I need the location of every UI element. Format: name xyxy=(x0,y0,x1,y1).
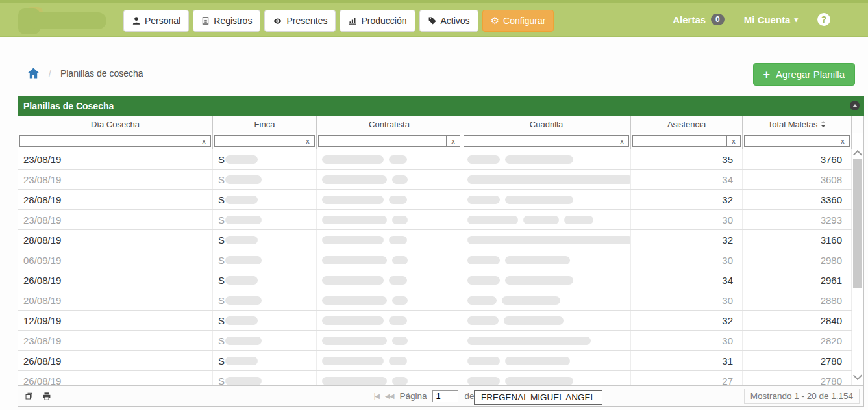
redacted-text xyxy=(467,236,631,244)
page-number-input[interactable] xyxy=(432,390,458,402)
redacted-text xyxy=(467,276,500,285)
scroll-up-icon[interactable] xyxy=(853,150,862,159)
nav-button-registros[interactable]: Registros xyxy=(193,10,260,32)
nav-button-personal[interactable]: Personal xyxy=(123,10,189,32)
logo[interactable] xyxy=(17,7,108,34)
cell-asistencia: 34 xyxy=(631,170,743,189)
filter-input-dia[interactable] xyxy=(19,135,197,147)
filter-input-total[interactable] xyxy=(744,135,836,147)
cell-asistencia: 31 xyxy=(631,351,743,370)
home-icon[interactable] xyxy=(27,67,40,79)
nav-button-configurar[interactable]: ⚙Configurar xyxy=(482,10,554,32)
redacted-text xyxy=(322,337,387,345)
finca-prefix: S xyxy=(218,295,225,306)
alerts-button[interactable]: Alertas 0 xyxy=(673,14,725,25)
cell-total-maletas: 2880 xyxy=(743,290,852,310)
column-header-asistencia[interactable]: Asistencia xyxy=(631,116,743,133)
column-header-total[interactable]: Total Maletas xyxy=(743,116,852,133)
prev-page-icon[interactable]: ◀◀ xyxy=(385,392,393,400)
total-maletas-value: 3760 xyxy=(821,154,842,165)
table-row[interactable]: 20/08/19S302880 xyxy=(18,290,852,311)
cell-dia-cosecha: 28/08/19 xyxy=(18,230,213,250)
cell-dia-cosecha: 20/08/19 xyxy=(18,290,213,310)
column-header-finca[interactable]: Finca xyxy=(213,116,317,133)
attendance-value: 32 xyxy=(722,235,733,246)
harvest-date: 06/09/19 xyxy=(23,255,61,266)
nav-button-label: Registros xyxy=(214,16,252,26)
scroll-down-icon[interactable] xyxy=(853,371,862,380)
column-header-contratista[interactable]: Contratista xyxy=(317,116,462,133)
nav-button-produccion[interactable]: Producción xyxy=(340,10,415,32)
breadcrumb-current: Planillas de cosecha xyxy=(60,68,143,79)
table-row[interactable]: 26/08/19S312780 xyxy=(18,351,852,371)
redacted-text xyxy=(505,155,573,164)
harvest-date: 20/08/19 xyxy=(23,295,61,306)
table-row[interactable]: 26/08/19S272780 xyxy=(18,371,852,385)
column-header-dia[interactable]: Día Cosecha xyxy=(18,116,213,133)
redacted-text xyxy=(467,316,499,325)
page-label: Página xyxy=(399,391,427,401)
cell-dia-cosecha: 23/08/19 xyxy=(18,210,213,229)
table-row[interactable]: 23/08/19S303293 xyxy=(18,210,852,230)
clear-filter-button-contratista[interactable]: x xyxy=(447,135,460,147)
cell-asistencia: 30 xyxy=(631,210,743,229)
finca-prefix: S xyxy=(218,335,225,346)
cell-contratista xyxy=(317,210,462,229)
clear-filter-button-cuadrilla[interactable]: x xyxy=(615,135,629,147)
redacted-text xyxy=(322,316,384,325)
cell-cuadrilla xyxy=(462,149,631,169)
column-header-label: Finca xyxy=(254,120,275,129)
cell-contratista xyxy=(317,230,462,250)
cell-finca: S xyxy=(213,230,317,250)
nav-button-label: Personal xyxy=(145,16,180,26)
scrollbar-thumb[interactable] xyxy=(853,159,862,288)
attendance-value: 30 xyxy=(722,335,733,346)
cell-finca: S xyxy=(213,311,317,330)
redacted-text xyxy=(564,216,593,224)
table-row[interactable]: 12/09/19S322840 xyxy=(18,311,852,331)
table-row[interactable]: 28/08/19S323360 xyxy=(18,190,852,210)
column-header-label: Cuadrilla xyxy=(530,120,563,129)
table-row[interactable]: 23/08/19S353760 xyxy=(18,149,852,170)
cell-cuadrilla xyxy=(462,311,631,330)
cell-total-maletas: 2780 xyxy=(743,351,852,370)
table-row[interactable]: 23/08/19S302820 xyxy=(18,331,852,351)
first-page-icon[interactable]: |◀ xyxy=(374,392,379,400)
filter-input-cuadrilla[interactable] xyxy=(464,135,615,147)
clear-filter-button-finca[interactable]: x xyxy=(301,135,315,147)
collapse-panel-icon[interactable] xyxy=(850,101,860,110)
cell-total-maletas: 2980 xyxy=(743,250,852,270)
alerts-count-badge: 0 xyxy=(711,14,725,25)
attendance-value: 35 xyxy=(722,154,733,165)
redacted-text xyxy=(225,357,258,365)
attendance-value: 27 xyxy=(722,376,733,386)
clear-filter-button-dia[interactable]: x xyxy=(197,135,211,147)
my-account-menu[interactable]: Mi Cuenta ▾ xyxy=(744,14,798,25)
column-header-cuadrilla[interactable]: Cuadrilla xyxy=(462,116,631,133)
gear-icon: ⚙ xyxy=(491,16,499,26)
cell-finca: S xyxy=(213,210,317,229)
top-navbar: PersonalRegistrosPresentesProducciónActi… xyxy=(0,0,868,37)
clear-filter-button-asistencia[interactable]: x xyxy=(727,135,741,147)
redacted-text xyxy=(467,377,500,385)
cell-total-maletas: 3293 xyxy=(743,210,852,229)
table-row[interactable]: 26/08/19S342961 xyxy=(18,270,852,290)
table-row[interactable]: 28/08/19S323160 xyxy=(18,230,852,250)
redacted-text xyxy=(467,216,518,224)
finca-prefix: S xyxy=(218,315,225,326)
total-maletas-value: 2780 xyxy=(821,376,842,386)
cell-contratista xyxy=(317,149,462,169)
chevron-down-icon: ▾ xyxy=(794,16,798,24)
table-row[interactable]: 23/08/19S343608 xyxy=(18,170,852,190)
add-planilla-button[interactable]: + Agregar Planilla xyxy=(753,63,855,86)
table-row[interactable]: 06/09/19S302980 xyxy=(18,250,852,270)
nav-button-activos[interactable]: Activos xyxy=(419,10,478,32)
help-icon[interactable]: ? xyxy=(817,13,830,26)
filter-input-finca[interactable] xyxy=(214,135,301,147)
cell-asistencia: 34 xyxy=(631,270,743,290)
nav-button-presentes[interactable]: Presentes xyxy=(264,10,336,32)
clear-filter-button-total[interactable]: x xyxy=(836,135,850,147)
filter-input-asistencia[interactable] xyxy=(632,135,727,147)
filter-input-contratista[interactable] xyxy=(318,135,447,147)
cell-cuadrilla xyxy=(462,170,631,189)
